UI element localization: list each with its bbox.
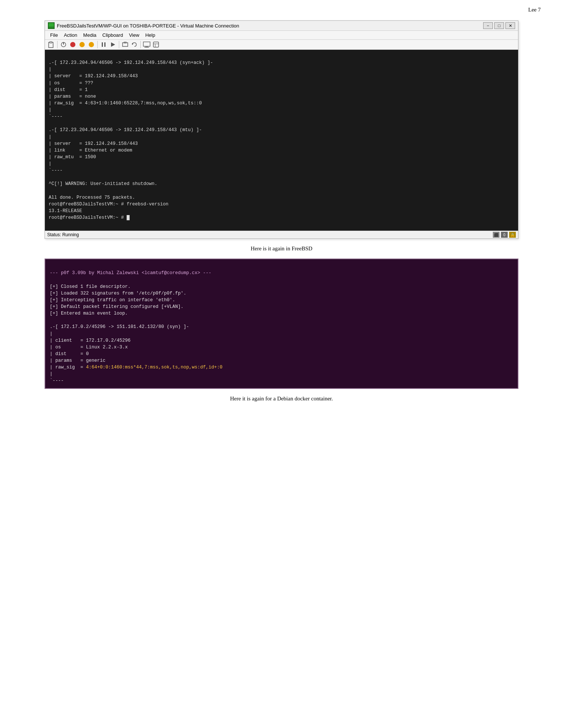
- menu-help[interactable]: Help: [142, 32, 158, 39]
- vm-menubar: File Action Media Clipboard View Help: [45, 31, 518, 40]
- toolbar-separator-1: [57, 41, 58, 48]
- svg-point-7: [70, 42, 75, 47]
- caption-freebsd: Here is it again in FreeBSD: [45, 246, 518, 252]
- vm-status-text: Status: Running: [47, 232, 79, 237]
- vm-titlebar: FreeBSDJailsTestVM/WP-GUI on TOSHIBA-POR…: [45, 21, 518, 31]
- terminal-text: .-[ 172.23.204.94/46506 -> 192.124.249.1…: [49, 60, 213, 220]
- menu-clipboard[interactable]: Clipboard: [100, 32, 126, 39]
- close-button[interactable]: ✕: [505, 22, 515, 29]
- toolbar-undo-icon[interactable]: [130, 40, 139, 49]
- svg-rect-2: [49, 27, 54, 28]
- vm-window-controls: − □ ✕: [483, 22, 515, 29]
- menu-action[interactable]: Action: [61, 32, 80, 39]
- toolbar-pause-icon-2[interactable]: [87, 40, 95, 49]
- svg-rect-1: [49, 23, 54, 27]
- vm-statusbar: Status: Running ⬛ 0 🔒: [45, 231, 518, 238]
- menu-file[interactable]: File: [47, 32, 61, 39]
- vm-toolbar: [45, 40, 518, 50]
- freebsd-header: --- p0f 3.09b by Michal Zalewski <lcamtu…: [50, 270, 211, 276]
- toolbar-pause-icon-1[interactable]: [78, 40, 86, 49]
- caption-debian: Here it is again for a Debian docker con…: [45, 396, 518, 402]
- svg-rect-19: [153, 42, 159, 47]
- toolbar-stop-icon[interactable]: [69, 40, 77, 49]
- svg-marker-12: [111, 42, 115, 47]
- svg-rect-10: [102, 42, 103, 47]
- svg-rect-4: [50, 42, 52, 43]
- maximize-button[interactable]: □: [494, 22, 504, 29]
- toolbar-settings-icon[interactable]: [152, 40, 160, 49]
- svg-point-9: [89, 42, 94, 47]
- terminal-cursor: [127, 215, 130, 220]
- statusbar-icon-3: 🔒: [509, 232, 516, 238]
- vm-title: FreeBSDJailsTestVM/WP-GUI on TOSHIBA-POR…: [57, 23, 481, 29]
- freebsd-terminal: --- p0f 3.09b by Michal Zalewski <lcamtu…: [45, 259, 518, 389]
- toolbar-pause-btn[interactable]: [100, 40, 108, 49]
- vm-window: FreeBSDJailsTestVM/WP-GUI on TOSHIBA-POR…: [45, 20, 518, 239]
- svg-rect-16: [143, 42, 150, 46]
- vm-terminal-output[interactable]: .-[ 172.23.204.94/46506 -> 192.124.249.1…: [45, 50, 518, 231]
- toolbar-separator-4: [140, 41, 141, 48]
- toolbar-display-icon[interactable]: [143, 40, 151, 49]
- raw-sig-highlight: 4:64+0:0:1460:mss*44,7:mss,sok,ts,nop,ws…: [86, 365, 223, 370]
- menu-view[interactable]: View: [126, 32, 142, 39]
- toolbar-screenshot-icon[interactable]: [121, 40, 129, 49]
- statusbar-icon-2: 0: [501, 232, 508, 238]
- toolbar-separator-2: [97, 41, 98, 48]
- vm-statusbar-icons: ⬛ 0 🔒: [493, 232, 516, 238]
- toolbar-power-icon[interactable]: [59, 40, 68, 49]
- vm-app-icon: [48, 22, 55, 29]
- statusbar-icon-1: ⬛: [493, 232, 499, 238]
- toolbar-separator-3: [119, 41, 119, 48]
- toolbar-clipboard-icon[interactable]: [47, 40, 55, 49]
- menu-media[interactable]: Media: [80, 32, 99, 39]
- toolbar-play-btn[interactable]: [109, 40, 117, 49]
- minimize-button[interactable]: −: [483, 22, 493, 29]
- page-number: Lee 7: [528, 7, 541, 13]
- svg-rect-11: [104, 42, 105, 47]
- svg-point-8: [79, 42, 85, 47]
